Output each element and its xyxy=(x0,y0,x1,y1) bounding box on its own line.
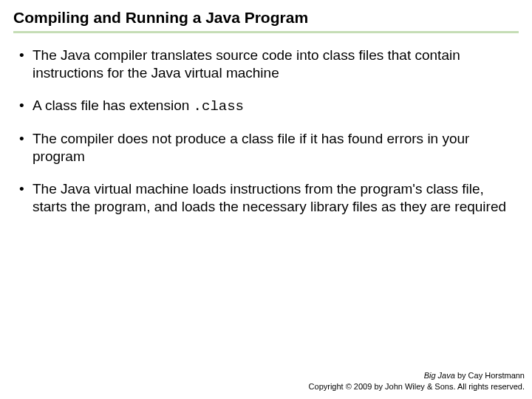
bullet-item: The Java compiler translates source code… xyxy=(19,47,513,82)
slide-title: Compiling and Running a Java Program xyxy=(13,9,519,31)
footer-copyright: Copyright © 2009 by John Wiley & Sons. A… xyxy=(309,381,525,392)
title-rule xyxy=(13,31,519,33)
code-text: .class xyxy=(194,98,244,115)
bullet-list: The Java compiler translates source code… xyxy=(13,47,519,215)
bullet-text: The Java virtual machine loads instructi… xyxy=(33,181,506,214)
bullet-text: A class file has extension xyxy=(33,98,194,113)
bullet-text: The Java compiler translates source code… xyxy=(33,47,460,81)
bullet-item: The Java virtual machine loads instructi… xyxy=(19,180,513,216)
bullet-item: The compiler does not produce a class fi… xyxy=(19,130,513,166)
slide: Compiling and Running a Java Program The… xyxy=(0,0,532,399)
footer-line-1: Big Java by Cay Horstmann xyxy=(309,370,525,381)
bullet-text: The compiler does not produce a class fi… xyxy=(33,131,469,164)
footer: Big Java by Cay Horstmann Copyright © 20… xyxy=(309,370,525,392)
author: by Cay Horstmann xyxy=(455,371,525,380)
book-title: Big Java xyxy=(424,371,455,380)
bullet-item: A class file has extension .class xyxy=(19,97,513,116)
